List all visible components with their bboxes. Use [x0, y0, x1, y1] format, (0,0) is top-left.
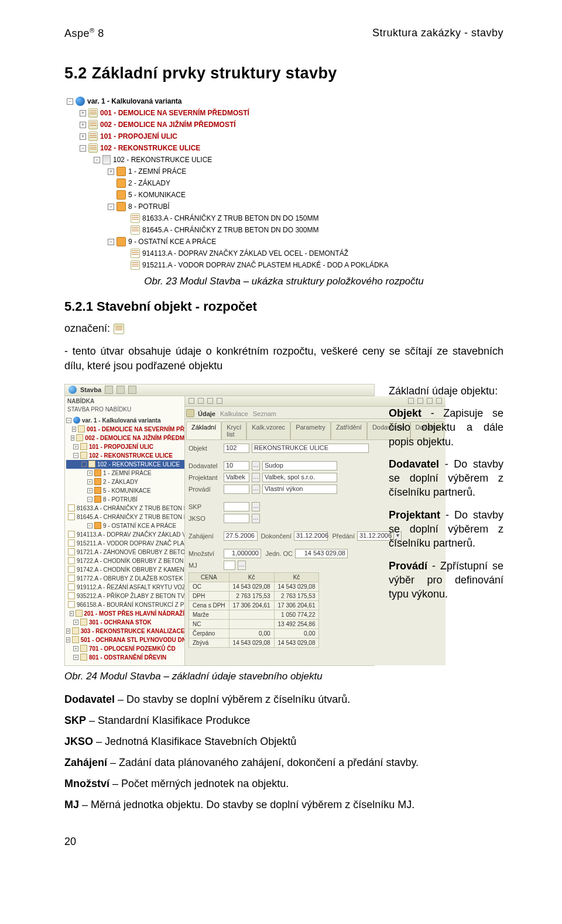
expand-collapse-button[interactable]: + — [87, 488, 92, 493]
skp-lookup-button[interactable]: … — [252, 502, 260, 511]
subtab[interactable]: Zatřídění — [331, 421, 367, 439]
tree-row[interactable]: +001 - DEMOLICE NA SEVERNÍM PŘEDMOSTÍ — [67, 107, 503, 119]
nav-tree-row[interactable]: −9 - OSTATNÍ KCE A PRÁCE — [66, 521, 184, 530]
expand-collapse-button[interactable]: + — [71, 435, 75, 441]
expand-collapse-button[interactable]: − — [108, 204, 114, 210]
expand-collapse-button[interactable]: + — [80, 110, 86, 116]
nav-prev-icon[interactable] — [198, 398, 204, 404]
provadi-name-input[interactable]: Vlastní výkon — [262, 485, 337, 494]
zahajeni-input[interactable]: 27.5.2006 — [224, 531, 258, 541]
objekt-name-input[interactable]: REKONSTRUKCE ULICE — [252, 444, 369, 453]
expand-collapse-button[interactable]: − — [87, 523, 92, 528]
nav-tree-row[interactable]: 91772.A - OBRUBY Z DLAŽEB KOSTEK DR( — [66, 574, 184, 583]
tree-row[interactable]: −102 - REKONSTRUKCE ULICE — [67, 142, 503, 154]
expand-collapse-button[interactable]: + — [108, 169, 114, 175]
nav-tree-row[interactable]: +2 - ZÁKLADY — [66, 478, 184, 486]
expand-collapse-button[interactable]: − — [66, 418, 71, 423]
expand-collapse-button[interactable]: + — [87, 470, 92, 476]
mj-input[interactable] — [224, 561, 235, 570]
nav-tree-row[interactable]: +501 - OCHRANA STL PLYNOVODU DN 200 — [66, 636, 184, 644]
tree-row[interactable]: 915211.A - VODOR DOPRAV ZNAČ PLASTEM HLA… — [67, 259, 503, 271]
expand-collapse-button[interactable]: + — [73, 620, 78, 625]
expand-collapse-button[interactable]: − — [94, 157, 100, 163]
nav-tree-row[interactable]: +1 - ZEMNÍ PRÁCE — [66, 469, 184, 478]
nav-first-icon[interactable] — [189, 398, 194, 404]
tab-kalkulace[interactable]: Kalkulace — [220, 410, 248, 417]
expand-collapse-button[interactable]: − — [73, 453, 78, 458]
nav-tree-row[interactable]: −var. 1 - Kalkulovaná varianta — [66, 416, 184, 425]
dodavatel-code-input[interactable]: 10 — [224, 461, 249, 470]
nav-tree-row[interactable]: 966158.A - BOURÁNÍ KONSTRUKCÍ Z PROS — [66, 600, 184, 609]
expand-collapse-button[interactable]: − — [81, 462, 87, 467]
toolbar-btn[interactable] — [105, 386, 113, 394]
tree-row[interactable]: 81645.A - CHRÁNIČKY Z TRUB BETON DN DO 3… — [67, 224, 503, 236]
nav-tree-row[interactable]: +5 - KOMUNIKACE — [66, 486, 184, 495]
toolbar-btn[interactable] — [116, 386, 125, 394]
nav-tree-row[interactable]: 91721.A - ZÁHONOVÉ OBRUBY Z BETON O — [66, 548, 184, 557]
projektant-name-input[interactable]: Valbek, spol s.r.o. — [262, 473, 337, 482]
nav-tree-row[interactable]: 91722.A - CHODNÍK OBRUBY Z BETON OBI — [66, 557, 184, 565]
tree-row[interactable]: 2 - ZÁKLADY — [67, 177, 503, 189]
nav-tree-row[interactable]: 81645.A - CHRÁNIČKY Z TRUB BETON DN — [66, 513, 184, 521]
jedn-oc-input[interactable]: 14 543 029,08 — [295, 549, 348, 558]
expand-collapse-button[interactable]: + — [73, 444, 78, 449]
tree-row[interactable]: 914113.A - DOPRAV ZNAČKY ZÁKLAD VEL OCEL… — [67, 248, 503, 259]
nav-tree-row[interactable]: +303 - REKONSTRUKCE KANALIZACE — [66, 627, 184, 636]
expand-collapse-button[interactable]: + — [80, 122, 86, 128]
subtab[interactable]: Parametry — [290, 421, 331, 439]
projektant-lookup-button[interactable]: … — [252, 473, 260, 482]
expand-collapse-button[interactable]: + — [73, 646, 78, 651]
nav-tree-row[interactable]: +301 - OCHRANA STOK — [66, 618, 184, 627]
nav-tree-row[interactable]: +701 - OPLOCENÍ POZEMKŮ ČD — [66, 644, 184, 653]
nav-tree[interactable]: −var. 1 - Kalkulovaná varianta+001 - DEM… — [65, 415, 184, 665]
expand-collapse-button[interactable]: + — [66, 628, 70, 634]
expand-collapse-button[interactable]: + — [87, 479, 92, 485]
nav-tree-row[interactable]: −8 - POTRUBÍ — [66, 495, 184, 504]
nav-next-icon[interactable] — [207, 398, 213, 404]
dokonceni-input[interactable]: 31.12.2006 — [294, 531, 328, 541]
nav-last-icon[interactable] — [217, 398, 222, 404]
nav-tree-row[interactable]: +201 - MOST PŘES HLAVNÍ NÁDRAŽÍ — [66, 609, 184, 618]
nav-tree-row[interactable]: 935212.A - PŘÍKOP ŽLABY Z BETON TVAR — [66, 592, 184, 600]
subtab[interactable]: Základní — [186, 421, 221, 439]
tree-row[interactable]: 81633.A - CHRÁNIČKY Z TRUB BETON DN DO 1… — [67, 212, 503, 224]
tree-row[interactable]: +002 - DEMOLICE NA JIŽNÍM PŘEDMOSTÍ — [67, 119, 503, 130]
nav-tree-row[interactable]: −102 - REKONSTRUKCE ULICE — [66, 451, 184, 460]
nav-tree-row[interactable]: +002 - DEMOLICE NA JIŽNÍM PŘEDM — [66, 434, 184, 442]
nav-tree-row[interactable]: 81633.A - CHRÁNIČKY Z TRUB BETON DN — [66, 504, 184, 513]
nav-tree-row[interactable]: −102 - REKONSTRUKCE ULICE — [66, 460, 184, 469]
toolbar-btn[interactable] — [128, 386, 136, 394]
tree-row[interactable]: −8 - POTRUBÍ — [67, 201, 503, 212]
tree-row[interactable]: −var. 1 - Kalkulovaná varianta — [67, 95, 503, 107]
skp-input[interactable] — [224, 502, 249, 511]
mj-lookup-button[interactable]: … — [238, 561, 246, 570]
tree-row[interactable]: +101 - PROPOJENÍ ULIC — [67, 130, 503, 142]
subtab[interactable]: Kalk.vzorec — [246, 421, 290, 439]
objekt-code-input[interactable]: 102 — [224, 444, 249, 453]
provadi-lookup-button[interactable]: … — [252, 485, 260, 494]
expand-collapse-button[interactable]: − — [108, 239, 114, 245]
projektant-code-input[interactable]: Valbek — [224, 473, 249, 482]
mnozstvi-input[interactable]: 1,000000 — [224, 549, 261, 558]
tree-row[interactable]: 5 - KOMUNIKACE — [67, 189, 503, 201]
nav-tree-row[interactable]: 919112.A - ŘEZÁNÍ ASFALT KRYTU VOZOV — [66, 583, 184, 592]
nav-tree-row[interactable]: 914113.A - DOPRAV ZNAČKY ZÁKLAD VEL — [66, 530, 184, 539]
predani-input[interactable]: 31.12.2006 — [357, 531, 391, 541]
tree-row[interactable]: −102 - REKONSTRUKCE ULICE — [67, 154, 503, 166]
provadi-code-input[interactable] — [224, 485, 249, 494]
expand-collapse-button[interactable]: − — [67, 98, 73, 105]
tree-row[interactable]: −9 - OSTATNÍ KCE A PRÁCE — [67, 236, 503, 248]
dodavatel-name-input[interactable]: Sudop — [262, 461, 337, 470]
dodavatel-lookup-button[interactable]: … — [252, 461, 260, 470]
expand-collapse-button[interactable]: + — [80, 133, 86, 140]
jkso-lookup-button[interactable]: … — [252, 514, 260, 523]
nav-tree-row[interactable]: 91742.A - CHODNÍK OBRUBY Z KAMEN OBI — [66, 565, 184, 574]
subtab[interactable]: Krycí list — [221, 421, 246, 439]
nav-tree-row[interactable]: 915211.A - VODOR DOPRAV ZNAČ PLASTE — [66, 539, 184, 548]
expand-collapse-button[interactable]: − — [87, 497, 92, 502]
tab-udaje[interactable]: Údaje — [198, 410, 215, 417]
nav-tree-row[interactable]: +101 - PROPOJENÍ ULIC — [66, 442, 184, 451]
expand-collapse-button[interactable]: + — [72, 427, 77, 432]
tab-seznam[interactable]: Seznam — [253, 410, 276, 417]
nav-tree-row[interactable]: +001 - DEMOLICE NA SEVERNÍM PŘ — [66, 425, 184, 434]
